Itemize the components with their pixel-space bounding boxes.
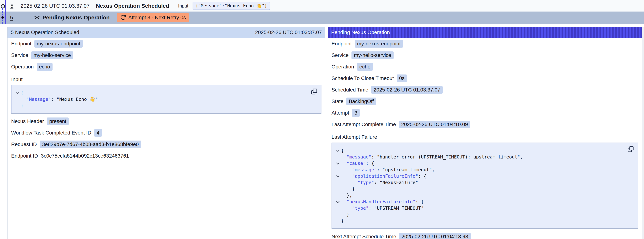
code-text: "type": "UPSTREAM_TIMEOUT" bbox=[341, 205, 424, 211]
field-label: Scheduled Time bbox=[332, 87, 368, 93]
code-text: "type": "NexusFailure" bbox=[341, 179, 418, 186]
field-row-schedule-to-close-timeout: Schedule To Close Timeout0s bbox=[332, 72, 638, 84]
event-row-nexus-operation-scheduled[interactable]: 5 2025-02-26 UTC 01:03:37.07 Nexus Opera… bbox=[0, 0, 644, 12]
field-label: Next Attempt Schedule Time bbox=[332, 234, 396, 239]
field-label: Endpoint bbox=[332, 41, 352, 47]
collapse-chevron-icon[interactable] bbox=[334, 173, 341, 179]
event-input-chip[interactable]: {"Message":"Nexus Echo 👋"} bbox=[192, 2, 270, 10]
field-label: Service bbox=[332, 52, 348, 58]
field-row-attempt: Attempt3 bbox=[332, 107, 638, 118]
code-gutter bbox=[334, 186, 341, 192]
timeline-event-circle-icon[interactable] bbox=[1, 4, 5, 8]
code-line: "type": "NexusFailure" bbox=[334, 179, 634, 186]
code-gutter bbox=[334, 154, 341, 160]
field-value-badge: 3 bbox=[352, 109, 360, 117]
field-label: Operation bbox=[11, 64, 34, 70]
code-gutter bbox=[14, 102, 21, 109]
code-text: "message": "upstream timeout", bbox=[341, 166, 435, 173]
left-panel-body: Endpointmy-nexus-endpointServicemy-hello… bbox=[8, 38, 325, 162]
event-timestamp: 2025-02-26 UTC 01:03:37.07 bbox=[20, 3, 90, 9]
field-value-badge: 2025-02-26 UTC 01:03:37.07 bbox=[371, 86, 443, 94]
code-line: "message": "upstream timeout", bbox=[334, 166, 634, 173]
code-line: "applicationFailureInfo": { bbox=[334, 173, 634, 179]
code-gutter bbox=[334, 166, 341, 173]
field-row-service: Servicemy-hello-service bbox=[11, 50, 322, 61]
field-value-badge: 4 bbox=[94, 129, 102, 137]
collapse-chevron-icon[interactable] bbox=[334, 160, 341, 166]
code-line: { bbox=[14, 90, 318, 96]
code-line: "nexusHandlerFailureInfo": { bbox=[334, 198, 634, 205]
code-gutter bbox=[334, 179, 341, 186]
code-line: "message": "handler error (UPSTREAM_TIME… bbox=[334, 154, 634, 160]
code-line: { bbox=[334, 147, 634, 154]
field-row-next-attempt-schedule-time: Next Attempt Schedule Time2025-02-26 UTC… bbox=[332, 231, 638, 239]
field-row-operation: Operationecho bbox=[11, 61, 322, 72]
pending-row-nexus-operation[interactable]: 5 Pending Nexus Operation Attempt 3 · Ne… bbox=[0, 12, 644, 24]
field-label: State bbox=[332, 98, 344, 104]
field-row-endpoint: Endpointmy-nexus-endpoint bbox=[11, 38, 322, 50]
field-label: Workflow Task Completed Event ID bbox=[11, 130, 91, 136]
code-text: "cause": { bbox=[341, 160, 374, 166]
code-line: "type": "UPSTREAM_TIMEOUT" bbox=[334, 205, 634, 211]
code-line: }, bbox=[334, 192, 634, 198]
left-panel-fields-2: Nexus HeaderpresentWorkflow Task Complet… bbox=[11, 116, 322, 162]
field-row-endpoint: Endpointmy-nexus-endpoint bbox=[332, 38, 638, 50]
timeline-pending-dot-icon[interactable] bbox=[0, 15, 5, 20]
retry-badge-label: Attempt 3 · Next Retry 0s bbox=[128, 15, 186, 20]
field-row-endpoint-id: Endpoint ID3c0c75ccfa8144b092c13ce632463… bbox=[11, 150, 322, 162]
field-row-service: Servicemy-hello-service bbox=[332, 50, 638, 61]
field-value-badge: my-hello-service bbox=[31, 52, 73, 59]
code-line: } bbox=[334, 218, 634, 224]
event-id-link[interactable]: 5 bbox=[10, 3, 13, 9]
collapse-chevron-icon[interactable] bbox=[334, 198, 341, 205]
vertical-scrollbar[interactable] bbox=[642, 27, 644, 239]
code-gutter bbox=[14, 96, 21, 102]
field-row-nexus-header: Nexus Headerpresent bbox=[11, 116, 322, 127]
code-text: "nexusHandlerFailureInfo": { bbox=[341, 198, 424, 205]
panel-nexus-operation-scheduled: 5 Nexus Operation Scheduled 2025-02-26 U… bbox=[7, 27, 325, 239]
left-panel-fields: Endpointmy-nexus-endpointServicemy-hello… bbox=[11, 38, 322, 72]
code-gutter bbox=[334, 192, 341, 198]
input-code-block: { "Message": "Nexus Echo 👋"} bbox=[11, 85, 322, 114]
field-label: Request ID bbox=[11, 142, 37, 147]
copy-icon[interactable] bbox=[311, 88, 318, 95]
field-row-state: StateBackingOff bbox=[332, 96, 638, 107]
field-value-badge: my-hello-service bbox=[352, 52, 394, 59]
pending-title: Pending Nexus Operation bbox=[42, 14, 110, 21]
retry-icon bbox=[120, 14, 126, 21]
code-line: } bbox=[14, 102, 318, 109]
failure-section-label: Last Attempt Failure bbox=[332, 130, 638, 142]
code-text: { bbox=[341, 147, 344, 154]
right-panel-header: Pending Nexus Operation bbox=[328, 27, 642, 38]
field-row-request-id: Request ID3e829b7e-7d67-4b08-aad3-b1e868… bbox=[11, 138, 322, 150]
code-text: "message": "handler error (UPSTREAM_TIME… bbox=[341, 154, 523, 160]
right-panel-title: Pending Nexus Operation bbox=[331, 30, 390, 35]
field-value-badge: 0s bbox=[397, 74, 407, 82]
field-label: Operation bbox=[332, 64, 354, 70]
field-value-badge: echo bbox=[357, 63, 373, 71]
code-line: "cause": { bbox=[334, 160, 634, 166]
failure-code-block: { "message": "handler error (UPSTREAM_TI… bbox=[332, 142, 638, 229]
field-value-badge: BackingOff bbox=[346, 98, 376, 105]
field-value-badge: 2025-02-26 UTC 01:04:10.09 bbox=[399, 120, 470, 128]
pending-id-link[interactable]: 5 bbox=[10, 15, 13, 21]
copy-icon[interactable] bbox=[627, 146, 634, 152]
field-label: Last Attempt Complete Time bbox=[332, 122, 396, 127]
code-text: "applicationFailureInfo": { bbox=[341, 173, 426, 179]
field-label: Nexus Header bbox=[11, 118, 44, 124]
code-text: "Message": "Nexus Echo 👋" bbox=[21, 96, 98, 102]
collapse-chevron-icon[interactable] bbox=[14, 90, 21, 96]
collapse-chevron-icon[interactable] bbox=[334, 147, 341, 154]
code-text: } bbox=[341, 211, 349, 218]
field-value-link[interactable]: 3c0c75ccfa8144b092c13ce632463761 bbox=[41, 153, 129, 159]
field-label: Attempt bbox=[332, 110, 349, 116]
field-row-scheduled-time: Scheduled Time2025-02-26 UTC 01:03:37.07 bbox=[332, 84, 638, 96]
left-panel-timestamp: 2025-02-26 UTC 01:03:37.07 bbox=[255, 30, 322, 35]
code-text: { bbox=[21, 90, 24, 96]
field-value-badge: present bbox=[47, 118, 69, 125]
field-row-last-attempt-complete-time: Last Attempt Complete Time2025-02-26 UTC… bbox=[332, 118, 638, 130]
field-row-operation: Operationecho bbox=[332, 61, 638, 72]
field-value-badge: my-nexus-endpoint bbox=[355, 40, 403, 48]
code-gutter bbox=[334, 218, 341, 224]
failure-json: { "message": "handler error (UPSTREAM_TI… bbox=[334, 147, 634, 224]
